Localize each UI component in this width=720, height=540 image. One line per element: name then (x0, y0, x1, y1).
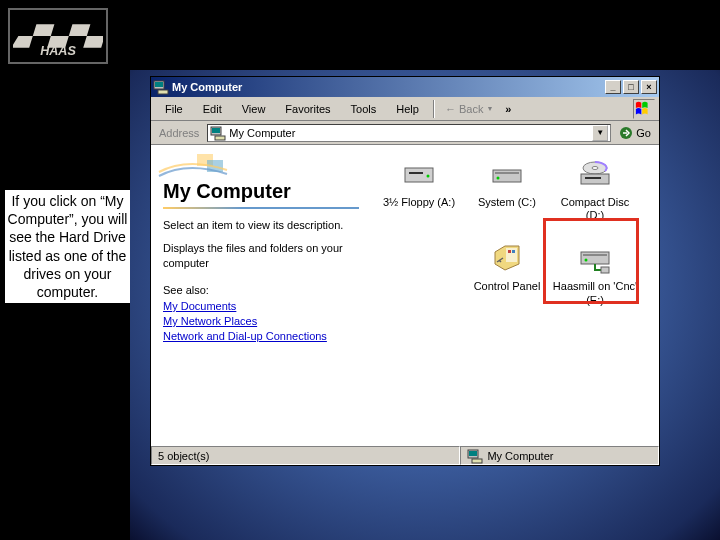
drive-system-c[interactable]: System (C:) (463, 158, 551, 222)
control-panel-icon (491, 242, 523, 274)
svg-rect-24 (583, 254, 607, 256)
drive-label: Compact Disc (D:) (551, 196, 639, 222)
pane-description: Select an item to view its description. (163, 219, 359, 231)
close-button[interactable]: × (641, 80, 657, 94)
drive-cd-d[interactable]: Compact Disc (D:) (551, 158, 639, 222)
drive-haasmill-e[interactable]: Haasmill on 'Cnc' (E:) (551, 242, 639, 306)
my-computer-window: My Computer _ □ × File Edit View Favorit… (150, 76, 660, 466)
svg-point-15 (497, 177, 500, 180)
my-computer-icon (210, 125, 226, 141)
address-value: My Computer (229, 127, 295, 139)
svg-rect-21 (508, 250, 511, 253)
link-my-documents[interactable]: My Documents (163, 300, 359, 312)
heading-rule (163, 207, 359, 209)
haas-logo: HAAS (8, 8, 108, 64)
svg-text:HAAS: HAAS (40, 44, 76, 58)
drive-label: 3½ Floppy (A:) (375, 196, 463, 209)
svg-rect-29 (472, 459, 482, 463)
titlebar[interactable]: My Computer _ □ × (151, 77, 659, 97)
minimize-button[interactable]: _ (605, 80, 621, 94)
instruction-caption: If you click on “My Computer”, you will … (5, 190, 130, 303)
svg-point-12 (427, 175, 430, 178)
hard-drive-icon (491, 158, 523, 190)
back-button: ← Back ▼ (439, 101, 499, 117)
drive-label: Control Panel (463, 280, 551, 293)
toolbar-overflow[interactable]: » (499, 101, 517, 117)
network-drive-icon (579, 242, 611, 274)
address-field[interactable]: My Computer ▼ (207, 124, 611, 142)
svg-rect-6 (215, 136, 225, 140)
drive-label: System (C:) (463, 196, 551, 209)
window-title: My Computer (172, 81, 242, 93)
link-network-dialup[interactable]: Network and Dial-up Connections (163, 330, 359, 342)
status-location: My Computer (460, 446, 659, 465)
svg-rect-28 (469, 451, 477, 456)
svg-rect-19 (585, 177, 601, 179)
svg-rect-11 (409, 172, 423, 174)
menu-tools[interactable]: Tools (341, 101, 387, 117)
address-label: Address (155, 127, 203, 139)
status-object-count: 5 object(s) (151, 446, 460, 465)
menu-edit[interactable]: Edit (193, 101, 232, 117)
link-my-network-places[interactable]: My Network Places (163, 315, 359, 327)
svg-rect-20 (506, 248, 517, 262)
control-panel-item[interactable]: Control Panel (463, 242, 551, 306)
menu-help[interactable]: Help (386, 101, 429, 117)
my-computer-icon (153, 79, 169, 95)
pane-subtext: Displays the files and folders on your c… (163, 241, 359, 272)
windows-flag-icon (633, 99, 655, 119)
svg-rect-5 (212, 128, 220, 133)
toolbar-separator (433, 100, 435, 118)
go-arrow-icon (619, 126, 633, 140)
my-computer-icon (467, 448, 483, 464)
status-bar: 5 object(s) My Computer (151, 445, 659, 465)
address-dropdown-icon[interactable]: ▼ (592, 125, 608, 141)
address-bar: Address My Computer ▼ Go (151, 121, 659, 145)
drive-floppy-a[interactable]: 3½ Floppy (A:) (375, 158, 463, 222)
pane-heading: My Computer (163, 180, 359, 203)
dropdown-arrow-icon: ▼ (486, 105, 493, 112)
maximize-button[interactable]: □ (623, 80, 639, 94)
drive-list[interactable]: 3½ Floppy (A:) System (C:) Compa (371, 146, 659, 445)
drive-label: Haasmill on 'Cnc' (E:) (551, 280, 639, 306)
svg-rect-3 (158, 90, 168, 94)
menu-view[interactable]: View (232, 101, 276, 117)
svg-point-17 (592, 167, 598, 170)
menu-file[interactable]: File (155, 101, 193, 117)
info-pane: My Computer Select an item to view its d… (151, 146, 371, 445)
see-also-label: See also: (163, 284, 359, 296)
svg-point-25 (585, 259, 588, 262)
decorative-swoosh-icon (157, 152, 237, 182)
svg-rect-2 (155, 82, 163, 87)
floppy-drive-icon (403, 158, 435, 190)
cd-drive-icon (579, 158, 611, 190)
svg-rect-14 (495, 172, 519, 174)
svg-rect-22 (512, 250, 515, 253)
svg-rect-23 (581, 252, 609, 264)
svg-rect-26 (601, 267, 609, 273)
back-arrow-icon: ← (445, 103, 456, 115)
content-area: My Computer Select an item to view its d… (151, 145, 659, 445)
menu-favorites[interactable]: Favorites (275, 101, 340, 117)
menu-bar: File Edit View Favorites Tools Help ← Ba… (151, 97, 659, 121)
go-button[interactable]: Go (615, 126, 655, 140)
svg-rect-13 (493, 170, 521, 182)
